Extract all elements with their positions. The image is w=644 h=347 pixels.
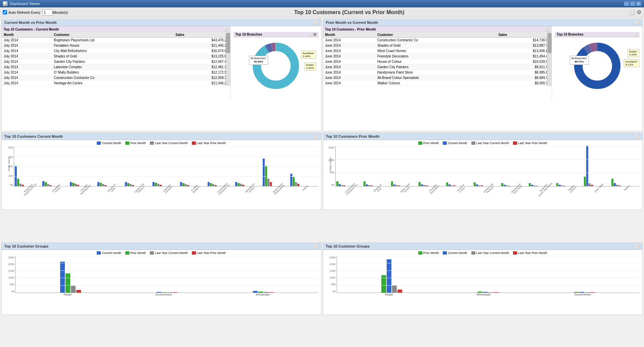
left-groups-area: Current month Prior Month Last Year Curr… — [2, 250, 321, 310]
left-customers-table: Month Customer Sales July 2014Brightstar… — [2, 32, 230, 86]
table-row: July 2014Fendalton House$21,445.21 — [2, 43, 230, 48]
left-top-export-button[interactable]: ⬜ — [313, 20, 318, 25]
right-bar-panel: Top 10 Customers Prior Month ⬜ Prior Mon… — [323, 133, 643, 210]
lg-legend-prior: Prior Month — [125, 251, 146, 255]
lg-group-retail — [60, 262, 81, 293]
legend-prior-month: Prior Month — [125, 141, 146, 145]
rg-legend-ly-current: Last Year Current Month — [471, 251, 509, 255]
right-donut-title: Top 10 Branches — [557, 33, 584, 36]
left-bar-chart — [14, 146, 318, 186]
left-donut-svg — [251, 41, 301, 91]
right-table-section: Top 10 Customers - Prior Month ⬜ Month C… — [323, 26, 552, 100]
auto-refresh-checkbox[interactable] — [3, 10, 7, 14]
lg-bar-retail-current — [60, 262, 65, 293]
left-donut-tooltip-auckland: Auckland: 3.34% — [301, 51, 316, 59]
right-top-content: Top 10 Customers - Prior Month ⬜ Month C… — [323, 26, 643, 100]
table-row: June 2014West Coast Homes$13,606.81 — [323, 48, 552, 54]
rg-group-wholesale — [478, 292, 499, 293]
donut-filter-btn[interactable]: ☰ — [313, 33, 316, 36]
right-table-scrollbar[interactable] — [547, 32, 552, 86]
close-button[interactable]: ✕ — [636, 1, 641, 6]
right-bar-export[interactable]: ⬜ — [635, 134, 640, 139]
left-groups-panel: Top 10 Customer Groups ⬜ Current month P… — [1, 243, 321, 315]
table-row: July 2014Garden City Painters$12,667.49 — [2, 59, 230, 64]
refresh-interval-input[interactable]: 1 — [42, 9, 52, 15]
app-icon: 📊 — [3, 1, 8, 6]
rg-bar-retail-lyp — [397, 290, 402, 293]
lg-bar-retail-lyc — [71, 286, 76, 293]
legend-lastyear-current: Last Year Current Month — [150, 141, 188, 145]
left-donut-header: Top 10 Branches ⬜ ☰ — [233, 32, 318, 37]
left-groups-export[interactable]: ⬜ — [313, 244, 318, 249]
right-donut-export-btn[interactable]: ⬜ — [634, 33, 638, 36]
donut-export-btn[interactable]: ⬜ — [308, 33, 312, 36]
export-button[interactable]: ⬜ — [629, 9, 635, 15]
left-bar-legend: Current Month Prior Month Last Year Curr… — [4, 141, 318, 145]
r-legend-lastyear-current: Last Year Current Month — [471, 141, 509, 145]
app-title: Dashboard Viewer — [10, 2, 40, 6]
right-bar-chart — [335, 146, 640, 186]
right-donut-tooltip-dublin: Dublin: 4.18% — [628, 49, 639, 57]
scroll-thumb — [226, 33, 230, 53]
legend-color-red — [192, 141, 196, 145]
right-y-title: Sales Value — [329, 158, 332, 172]
table-row: June 2014House of Colour$10,539.97 — [323, 59, 552, 64]
left-section-title: Current Month vs Prior Month — [4, 20, 57, 25]
table-row: July 2014Brightstars Playschools Ltd$43,… — [2, 38, 230, 43]
left-groups-wrapper: 0K50K100K150K200K250K — [4, 256, 318, 296]
left-table-export[interactable]: ⬜ — [223, 27, 228, 32]
lg-x-wholesale: Wholesale — [256, 293, 270, 296]
left-donut-section: Top 10 Branches ⬜ ☰ — [230, 26, 321, 100]
table-row: June 2014Shades of Gold$13,887.75 — [323, 43, 552, 48]
page-title: Top 10 Customers (Current vs Prior Month… — [70, 9, 629, 15]
rg-x-labels: Retail Wholesale Government — [337, 293, 640, 296]
right-top-export-button[interactable]: ⬜ — [635, 20, 640, 25]
col-customer: Customer — [52, 32, 173, 38]
bar-prior — [17, 179, 19, 186]
legend-color-blue — [97, 141, 101, 145]
maximize-button[interactable]: □ — [630, 1, 635, 6]
right-groups-chart — [337, 256, 640, 293]
right-x-labels: ConstructionContractor Co Shades ofGold … — [335, 186, 640, 205]
left-groups-legend: Current month Prior Month Last Year Curr… — [4, 251, 318, 255]
right-donut-container: All Branches: 89.71% Dublin: 4.18% Auckl… — [560, 37, 634, 94]
right-bar-chart-wrapper: Sales Value 0K50K100K150K — [326, 146, 640, 205]
right-donut-header: Top 10 Branches ⬜ — [555, 32, 640, 37]
right-top-header: Prior Month vs Current Month ⬜ — [323, 19, 643, 26]
lg-group-government — [157, 292, 177, 293]
left-bar-chart-wrapper: Sales Value 0K20K40K60K80K — [4, 146, 318, 205]
col-month: Month — [2, 32, 52, 38]
rg-legend-ly-prior: Last Year Prior Month — [513, 251, 547, 255]
left-groups-title: Top 10 Customer Groups — [4, 244, 48, 248]
right-groups-export[interactable]: ⬜ — [635, 244, 640, 249]
rg-group-retail — [381, 259, 402, 293]
lg-bar-retail-prior — [66, 273, 70, 293]
left-groups-row: 0K50K100K150K200K250K — [4, 256, 318, 293]
lg-bar-retail-lyp — [76, 290, 81, 293]
left-table-section: Top 10 Customers - Current Month ⬜ Month… — [2, 26, 230, 100]
left-table-scrollbar[interactable] — [226, 32, 230, 86]
settings-button[interactable]: ⚙ — [637, 9, 641, 15]
right-top-panel: Prior Month vs Current Month ⬜ Top 10 Cu… — [323, 19, 643, 131]
left-x-labels: BrightstarsPlayschools Ltd FendaltonHous… — [14, 186, 318, 205]
minute-unit-label: Minute(s) — [52, 10, 68, 14]
left-bar-export[interactable]: ⬜ — [313, 134, 318, 139]
right-table-export[interactable]: ⬜ — [545, 27, 550, 32]
left-y-title: Sales Value — [7, 158, 10, 172]
toolbar-actions[interactable]: ⬜ ⚙ — [629, 9, 641, 15]
table-row: July 2014O' Mally Builders$12,172.55 — [2, 70, 230, 75]
left-top-content: Top 10 Customers - Current Month ⬜ Month… — [2, 26, 321, 100]
lg-legend-ly-prior: Last Year Prior Month — [192, 251, 226, 255]
right-customers-table: Month Customer Sales June 2014Constructi… — [323, 32, 552, 86]
right-groups-panel: Top 10 Customer Groups ⬜ Prior Month Cur… — [323, 243, 643, 315]
right-groups-area: Prior Month Current Month Last Year Curr… — [323, 250, 643, 310]
bar-ly-prior — [22, 185, 24, 186]
lg-x-govt: Government — [155, 293, 172, 296]
right-section-title: Prior Month vs Current Month — [326, 20, 378, 25]
rg-x-wholesale: Wholesale — [476, 293, 490, 296]
r-legend-current-month: Current Month — [443, 141, 467, 145]
minimize-button[interactable]: — — [624, 1, 629, 6]
lg-group-wholesale — [253, 291, 274, 293]
main-content: Current Month vs Prior Month ⬜ Top 10 Cu… — [0, 17, 644, 347]
window-controls[interactable]: — □ ✕ — [624, 1, 641, 6]
